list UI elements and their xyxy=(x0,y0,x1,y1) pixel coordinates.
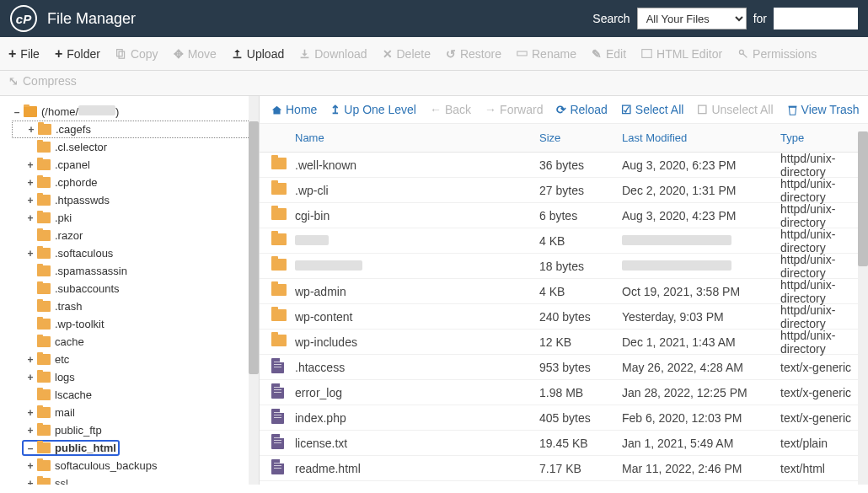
search-scope-select[interactable]: All Your Files xyxy=(637,8,747,29)
delete-button[interactable]: ✕Delete xyxy=(383,47,431,61)
new-file-button[interactable]: +File xyxy=(8,46,40,62)
filelist-scrollbar[interactable] xyxy=(858,131,868,485)
table-row[interactable]: wp-activate.php7 KBJan 21, 2021, 7:07 AM… xyxy=(260,481,868,485)
select-all-button[interactable]: ☑Select All xyxy=(621,103,684,116)
folder-icon xyxy=(37,478,51,485)
table-row[interactable]: .well-known36 bytesAug 3, 2020, 6:23 PMh… xyxy=(260,153,868,178)
header-size[interactable]: Size xyxy=(539,131,622,144)
folder-icon xyxy=(271,208,287,220)
cell-name: wp-content xyxy=(295,310,539,324)
tree-node-htpasswds[interactable]: +.htpasswds xyxy=(12,191,255,209)
tree-toggle-icon[interactable]: + xyxy=(25,354,35,366)
cell-size: 953 bytes xyxy=(539,361,622,374)
cell-name: .well-known xyxy=(295,158,539,172)
tree-node-publichtml[interactable]: –public_html xyxy=(12,439,255,457)
cell-name: readme.html xyxy=(295,462,539,475)
folder-icon xyxy=(37,195,51,206)
tree-toggle-icon[interactable]: + xyxy=(26,124,36,136)
folder-icon xyxy=(37,372,51,383)
tree-node-cpanel[interactable]: +.cpanel xyxy=(12,156,255,174)
tree-toggle-icon[interactable]: + xyxy=(25,177,35,189)
header-name[interactable]: Name xyxy=(295,131,539,144)
back-button[interactable]: ←Back xyxy=(430,103,471,116)
reload-button[interactable]: ⟳Reload xyxy=(556,103,607,116)
tree-node-logs[interactable]: +logs xyxy=(12,368,255,386)
tree-toggle-icon[interactable]: + xyxy=(25,195,35,206)
table-row[interactable]: wp-admin4 KBOct 19, 2021, 3:58 PMhttpd/u… xyxy=(260,279,868,304)
tree-node-cphorde[interactable]: +.cphorde xyxy=(12,174,255,191)
tree-node-razor[interactable]: .razor xyxy=(12,227,255,244)
table-row[interactable]: .htaccess953 bytesMay 26, 2022, 4:28 AMt… xyxy=(260,355,868,380)
compress-button[interactable]: ⤡Compress xyxy=(8,74,77,88)
up-one-level-button[interactable]: ↥Up One Level xyxy=(330,103,416,116)
new-folder-button[interactable]: +Folder xyxy=(55,46,100,62)
action-bar: Home ↥Up One Level ←Back →Forward ⟳Reloa… xyxy=(260,96,868,124)
table-row[interactable]: wp-content240 bytesYesterday, 9:03 PMhtt… xyxy=(260,304,868,330)
view-trash-button[interactable]: View Trash xyxy=(787,103,860,116)
table-row[interactable]: .wp-cli27 bytesDec 2, 2020, 1:31 PMhttpd… xyxy=(260,178,868,203)
header-modified[interactable]: Last Modified xyxy=(622,131,780,144)
permissions-button[interactable]: Permissions xyxy=(737,47,817,61)
file-icon xyxy=(271,409,284,424)
tree-toggle-icon[interactable]: + xyxy=(25,478,35,485)
tree-root[interactable]: – (/home/) xyxy=(12,103,255,121)
tree-label: .wp-toolkit xyxy=(55,318,104,330)
table-row[interactable]: wp-includes12 KBDec 1, 2021, 1:43 AMhttp… xyxy=(260,330,868,355)
tree-toggle-icon[interactable]: + xyxy=(25,460,35,472)
copy-button[interactable]: Copy xyxy=(115,47,158,61)
tree-node-etc[interactable]: +etc xyxy=(12,351,255,368)
cell-modified: Aug 3, 2020, 6:23 PM xyxy=(622,158,780,172)
tree-scrollbar[interactable] xyxy=(249,96,259,485)
download-button[interactable]: Download xyxy=(299,47,367,61)
upload-button[interactable]: Upload xyxy=(232,47,284,61)
cell-size: 6 bytes xyxy=(539,209,622,222)
table-row[interactable]: index.php405 bytesFeb 6, 2020, 12:03 PMt… xyxy=(260,405,868,431)
folder-icon xyxy=(37,283,51,294)
unselect-all-button[interactable]: ☐Unselect All xyxy=(697,103,773,116)
table-row[interactable]: 4 KBhttpd/unix-directory xyxy=(260,228,868,254)
tree-toggle-icon[interactable]: + xyxy=(25,407,35,419)
tree-node-wptoolkit[interactable]: .wp-toolkit xyxy=(12,315,255,333)
tree-toggle-icon[interactable]: + xyxy=(25,248,35,260)
tree-node-subaccounts[interactable]: .subaccounts xyxy=(12,280,255,297)
tree-node-spamassassin[interactable]: .spamassassin xyxy=(12,262,255,280)
home-button[interactable]: Home xyxy=(271,103,317,116)
tree-node-ssl[interactable]: +ssl xyxy=(12,474,255,485)
cell-type: text/x-generic xyxy=(780,386,868,399)
tree-node-softaculousbackups[interactable]: +softaculous_backups xyxy=(12,457,255,474)
tree-node-cagefs[interactable]: +.cagefs xyxy=(12,121,255,138)
tree-node-mail[interactable]: +mail xyxy=(12,404,255,421)
tree-node-clselector[interactable]: .cl.selector xyxy=(12,138,255,156)
tree-node-cache[interactable]: cache xyxy=(12,333,255,351)
tree-node-softaculous[interactable]: +.softaculous xyxy=(12,244,255,262)
tree-toggle-icon[interactable]: + xyxy=(25,372,35,383)
tree-label: public_html xyxy=(55,442,116,454)
table-row[interactable]: 18 byteshttpd/unix-directory xyxy=(260,254,868,279)
move-button[interactable]: ✥Move xyxy=(174,47,217,61)
folder-icon xyxy=(271,259,287,271)
tree-toggle-icon[interactable]: + xyxy=(25,425,35,437)
rename-button[interactable]: Rename xyxy=(517,47,576,61)
folder-icon xyxy=(37,212,51,223)
table-row[interactable]: error_log1.98 MBJan 28, 2022, 12:25 PMte… xyxy=(260,380,868,405)
header-type[interactable]: Type xyxy=(780,131,868,144)
tree-node-publicftp[interactable]: +public_ftp xyxy=(12,421,255,439)
tree-toggle-icon[interactable]: – xyxy=(25,442,35,454)
tree-toggle-icon[interactable]: + xyxy=(25,159,35,171)
cell-modified: Jan 28, 2022, 12:25 PM xyxy=(622,386,780,399)
restore-button[interactable]: ↺Restore xyxy=(446,47,501,61)
search-input[interactable] xyxy=(774,8,858,29)
table-row[interactable]: readme.html7.17 KBMar 11, 2022, 2:46 PMt… xyxy=(260,456,868,481)
tree-node-trash[interactable]: .trash xyxy=(12,297,255,315)
edit-button[interactable]: ✎Edit xyxy=(592,47,626,61)
table-row[interactable]: license.txt19.45 KBJan 1, 2021, 5:49 AMt… xyxy=(260,431,868,456)
file-icon xyxy=(271,358,284,373)
tree-node-lscache[interactable]: lscache xyxy=(12,386,255,404)
html-editor-button[interactable]: HTML Editor xyxy=(641,47,722,61)
table-row[interactable]: cgi-bin6 bytesAug 3, 2020, 4:23 PMhttpd/… xyxy=(260,203,868,228)
tree-node-pki[interactable]: +.pki xyxy=(12,209,255,227)
cell-modified: May 26, 2022, 4:28 AM xyxy=(622,361,780,374)
cell-size: 12 KB xyxy=(539,335,622,349)
forward-button[interactable]: →Forward xyxy=(485,103,543,116)
tree-toggle-icon[interactable]: + xyxy=(25,212,35,224)
